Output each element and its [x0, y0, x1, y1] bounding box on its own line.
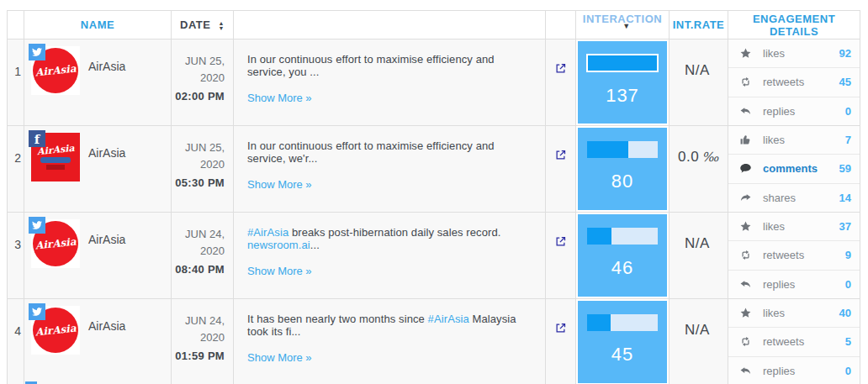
show-more-link[interactable]: Show More » [247, 92, 312, 104]
show-more-link[interactable]: Show More » [247, 178, 312, 191]
post-text: In our continuous effort to maximise eff… [247, 139, 533, 165]
interaction-cell: 46 [576, 213, 670, 299]
col-header-intrate[interactable]: INT.RATE [670, 11, 728, 39]
external-link-cell [546, 213, 576, 299]
account-name: AirAsia [88, 146, 125, 181]
hashtag-link[interactable]: #AirAsia [428, 313, 469, 325]
engagement-retweets: retweets 9 [728, 241, 860, 270]
row-index: 4 [8, 299, 24, 384]
interaction-rate: 0.0‰ [670, 126, 728, 213]
avatar: AirAsia [31, 306, 80, 355]
post-time: 01:59 PM [172, 348, 225, 365]
post-content-cell: It has been nearly two months since #Air… [234, 299, 546, 384]
external-link-cell [546, 299, 576, 384]
twitter-icon [29, 217, 45, 234]
external-link-icon[interactable] [554, 322, 567, 334]
interaction-bar [587, 141, 658, 158]
post-text: In our continuous effort to maximise eff… [247, 53, 533, 78]
star-icon [738, 307, 752, 320]
engagement-retweets: retweets 45 [728, 68, 860, 97]
table-row: 1 AirAsia AirAsia JUN 25, 2020 02:00 PM [8, 39, 860, 126]
avatar: AirAsia [31, 46, 80, 95]
col-header-interaction[interactable]: INTERACTION▼ [576, 11, 670, 39]
account-cell: AirAsia AirAsia [24, 39, 172, 126]
avatar: AirAsia f [31, 133, 80, 181]
post-content-cell: In our continuous effort to maximise eff… [234, 126, 546, 213]
external-link-icon[interactable] [554, 149, 567, 161]
facebook-icon: f [29, 130, 45, 147]
engagement-cell: likes 7 comments 59 shares 14 [728, 126, 860, 213]
post-text: It has been nearly two months since #Air… [247, 313, 533, 338]
post-time: 02:00 PM [172, 88, 225, 105]
posts-table: NAME DATE▲▼ INTERACTION▼ INT.RATE ENGAGE… [7, 10, 860, 384]
post-date: JUN 24, 2020 01:59 PM [172, 299, 234, 384]
date-header-label: DATE [180, 18, 210, 31]
engagement-likes: likes 92 [728, 39, 860, 68]
interaction-bar [587, 228, 658, 245]
retweet-icon [738, 249, 752, 262]
twitter-icon [29, 303, 45, 320]
external-link-icon[interactable] [554, 62, 567, 75]
engagement-replies: replies 0 [728, 357, 860, 384]
reply-icon [738, 277, 752, 291]
reply-icon [738, 364, 752, 377]
engagement-shares: shares 14 [728, 184, 860, 212]
interaction-value: 137 [606, 85, 639, 107]
engagement-likes: likes 40 [728, 299, 860, 328]
thumb-up-icon [738, 134, 752, 147]
engagement-likes: likes 7 [728, 126, 860, 155]
retweet-icon [738, 76, 752, 89]
sort-icon[interactable]: ▲▼ [219, 21, 225, 31]
col-header-date[interactable]: DATE▲▼ [172, 11, 234, 39]
post-date: JUN 25, 2020 05:30 PM [172, 126, 234, 213]
account-name: AirAsia [88, 319, 125, 355]
hashtag-link[interactable]: #AirAsia [247, 226, 288, 239]
star-icon [738, 47, 752, 60]
interaction-bar [586, 54, 659, 72]
interaction-rate: N/A [670, 39, 728, 126]
engagement-comments: comments 59 [728, 155, 860, 183]
row-index: 2 [8, 126, 24, 213]
table-row: 2 AirAsia f AirAsia JUN 25, 202 [8, 126, 860, 213]
post-date: JUN 24, 2020 08:40 PM [172, 213, 234, 299]
engagement-cell: likes 92 retweets 45 replies 0 [728, 39, 860, 126]
row-index: 1 [8, 39, 24, 126]
engagement-replies: replies 0 [728, 271, 860, 298]
table-row: 3 AirAsia AirAsia JUN 24, 2020 08:40 PM [8, 213, 860, 299]
engagement-replies: replies 0 [728, 97, 860, 125]
interaction-rate: N/A [670, 213, 728, 299]
comment-icon [738, 162, 752, 176]
airasia-logo: AirAsia [34, 235, 77, 251]
header-row: NAME DATE▲▼ INTERACTION▼ INT.RATE ENGAGE… [8, 11, 860, 39]
url-link[interactable]: newsroom.ai [247, 239, 310, 251]
interaction-value: 45 [611, 344, 633, 366]
external-link-cell [546, 126, 576, 213]
account-cell: AirAsia f AirAsia [24, 126, 172, 213]
show-more-link[interactable]: Show More » [247, 265, 312, 277]
share-icon [738, 191, 752, 204]
show-more-link[interactable]: Show More » [247, 351, 312, 364]
sort-desc-icon[interactable]: ▼ [622, 22, 630, 30]
col-header-index [8, 11, 24, 39]
interaction-rate: N/A [670, 299, 728, 384]
interaction-cell: 45 [576, 299, 670, 384]
col-header-content [234, 11, 546, 39]
interaction-cell: 137 [576, 39, 670, 126]
external-link-icon[interactable] [554, 235, 567, 248]
col-header-name[interactable]: NAME [24, 11, 172, 39]
interaction-cell: 80 [576, 126, 670, 213]
reply-icon [738, 104, 752, 118]
post-time: 05:30 PM [172, 175, 225, 192]
external-link-cell [546, 39, 576, 126]
post-content-cell: In our continuous effort to maximise eff… [234, 39, 546, 126]
interaction-bar [587, 314, 658, 331]
post-text: #AirAsia breaks post-hibernation daily s… [247, 226, 533, 251]
row-index: 3 [8, 213, 24, 299]
engagement-likes: likes 37 [728, 213, 860, 241]
col-header-engagement[interactable]: ENGAGEMENT DETAILS [728, 11, 860, 39]
post-content-cell: #AirAsia breaks post-hibernation daily s… [234, 213, 546, 299]
airasia-logo: AirAsia [34, 322, 77, 338]
post-date: JUN 25, 2020 02:00 PM [172, 39, 234, 126]
interaction-value: 46 [611, 257, 633, 279]
avatar: AirAsia [31, 219, 80, 268]
